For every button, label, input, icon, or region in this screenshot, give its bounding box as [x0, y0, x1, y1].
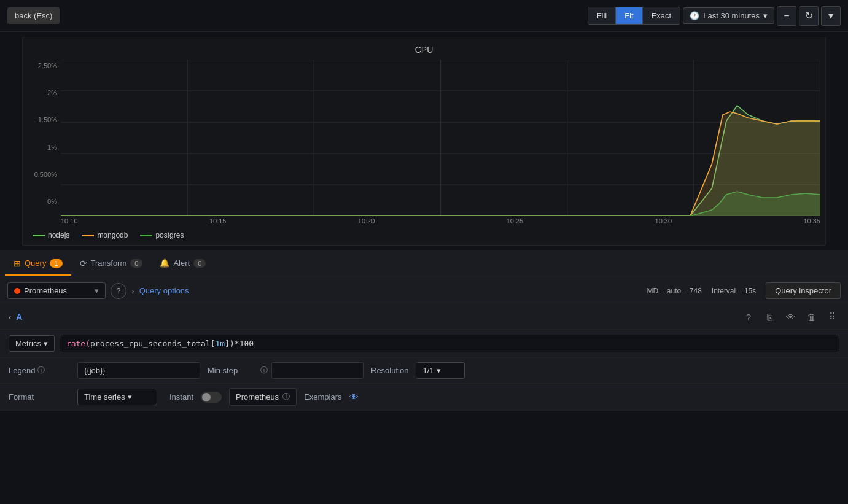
datasource-chevron: ▾: [95, 286, 99, 295]
x-label-5: 10:35: [803, 217, 820, 225]
datasource-name: Prometheus: [24, 286, 67, 295]
x-axis-labels: 10:10 10:15 10:20 10:25 10:30 10:35: [61, 216, 820, 226]
chevron-down-icon: ▾: [763, 11, 768, 20]
legend-postgres-line: [140, 235, 152, 236]
prometheus-badge: Prometheus ⓘ: [229, 388, 297, 406]
format-field-label: Format: [9, 392, 70, 401]
y-label-4: 0.500%: [25, 171, 57, 178]
tab-transform[interactable]: ⟳ Transform 0: [71, 252, 152, 276]
chart-legend: nodejs mongodb postgres: [23, 226, 825, 244]
transform-tab-label: Transform: [91, 258, 127, 268]
min-step-input[interactable]: [271, 362, 364, 379]
legend-nodejs-line: [33, 235, 45, 236]
query-bracket-part: ])*100: [225, 339, 254, 348]
legend-postgres-label: postgres: [155, 231, 184, 239]
datasource-help-button[interactable]: ?: [111, 283, 126, 299]
legend-mongodb: mongodb: [82, 231, 128, 239]
query-fn-part: rate(: [66, 339, 90, 348]
datasource-bar: Prometheus ▾ ? › Query options MD = auto…: [0, 277, 848, 304]
zoom-out-icon: −: [784, 10, 789, 21]
md-label: MD = auto = 748: [647, 287, 701, 295]
legend-postgres: postgres: [140, 231, 184, 239]
format-select[interactable]: Time series ▾: [77, 389, 157, 405]
min-step-label: Min step: [208, 366, 257, 375]
legend-input[interactable]: [77, 362, 200, 379]
query-tab-badge: 1: [50, 259, 62, 268]
exact-button[interactable]: Exact: [643, 7, 680, 24]
md-info: MD = auto = 748 Interval = 15s Query ins…: [647, 282, 841, 299]
query-metric-part: process_cpu_seconds_total[: [90, 339, 216, 348]
query-label-a: A: [16, 312, 22, 322]
alert-tab-label: Alert: [173, 258, 190, 268]
query-options-link[interactable]: Query options: [139, 286, 189, 295]
query-drag-handle[interactable]: ⠿: [825, 309, 839, 324]
min-step-group: Min step ⓘ: [208, 362, 364, 379]
metrics-row: Metrics ▾ rate(process_cpu_seconds_total…: [0, 330, 848, 358]
format-row: Format Time series ▾ Instant Prometheus …: [0, 384, 848, 411]
resolution-select[interactable]: 1/1 ▾: [416, 362, 465, 379]
x-label-4: 10:30: [655, 217, 672, 225]
datasource-dot: [14, 288, 20, 294]
prometheus-badge-label: Prometheus: [236, 392, 279, 401]
top-right-controls: Fill Fit Exact 🕐 Last 30 minutes ▾ − ↻ ▾: [588, 6, 841, 26]
legend-row: Legend ⓘ Min step ⓘ Resolution 1/1 ▾: [0, 358, 848, 384]
y-label-5: 0%: [25, 198, 57, 205]
x-label-3: 10:25: [507, 217, 524, 225]
fit-button[interactable]: Fit: [616, 7, 642, 24]
top-bar: back (Esc) Fill Fit Exact 🕐 Last 30 minu…: [0, 0, 848, 32]
collapse-button-a[interactable]: ‹: [9, 312, 11, 322]
format-chevron-icon: ▾: [128, 392, 132, 401]
query-toggle-visibility-button[interactable]: 👁: [783, 309, 798, 324]
query-options-arrow: ›: [131, 286, 134, 296]
legend-info-icon[interactable]: ⓘ: [37, 365, 45, 376]
instant-toggle[interactable]: [201, 392, 222, 403]
tab-alert[interactable]: 🔔 Alert 0: [151, 252, 214, 275]
chart-title: CPU: [23, 45, 825, 55]
chart-wrapper: CPU 2.50% 2% 1.50% 1% 0.500% 0%: [22, 37, 826, 246]
query-input-a[interactable]: rate(process_cpu_seconds_total[1m])*100: [60, 335, 839, 352]
instant-toggle-knob: [202, 393, 211, 401]
y-label-3: 1%: [25, 144, 57, 151]
fill-button[interactable]: Fill: [588, 7, 617, 24]
x-label-2: 10:20: [358, 217, 375, 225]
exemplars-eye-button[interactable]: 👁: [349, 392, 359, 402]
chart-svg: [61, 60, 820, 216]
transform-tab-badge: 0: [130, 259, 142, 268]
query-inspector-button[interactable]: Query inspector: [766, 282, 841, 299]
query-header-a: ‹ A ? ⎘ 👁 🗑 ⠿: [0, 304, 848, 330]
query-tab-label: Query: [25, 258, 46, 268]
format-value: Time series: [84, 392, 125, 401]
more-options-button[interactable]: ▾: [821, 6, 841, 26]
time-range-picker[interactable]: 🕐 Last 30 minutes ▾: [683, 7, 774, 24]
clock-icon: 🕐: [690, 11, 699, 20]
query-copy-button[interactable]: ⎘: [762, 309, 777, 324]
alert-tab-badge: 0: [193, 259, 206, 268]
tabs-bar: ⊞ Query 1 ⟳ Transform 0 🔔 Alert 0: [0, 250, 848, 277]
chevron-down-icon-2: ▾: [828, 10, 833, 21]
tab-query[interactable]: ⊞ Query 1: [5, 252, 71, 276]
zoom-out-button[interactable]: −: [777, 6, 796, 26]
back-button[interactable]: back (Esc): [7, 7, 60, 24]
x-label-1: 10:15: [209, 217, 227, 225]
view-mode-group: Fill Fit Exact: [588, 7, 681, 25]
resolution-label: Resolution: [371, 366, 408, 375]
alert-tab-icon: 🔔: [160, 258, 169, 268]
refresh-button[interactable]: ↻: [799, 6, 819, 26]
legend-field-label: Legend ⓘ: [9, 365, 70, 376]
resolution-chevron-icon: ▾: [437, 366, 441, 375]
query-delete-button[interactable]: 🗑: [804, 309, 819, 324]
query-interval-part: 1m: [216, 339, 225, 348]
prometheus-info-icon[interactable]: ⓘ: [282, 392, 290, 402]
min-step-info-icon[interactable]: ⓘ: [260, 365, 268, 376]
legend-mongodb-label: mongodb: [97, 231, 128, 239]
chart-container: CPU 2.50% 2% 1.50% 1% 0.500% 0%: [0, 32, 848, 250]
metrics-button[interactable]: Metrics ▾: [9, 335, 55, 352]
resolution-value: 1/1: [422, 366, 434, 375]
query-actions-a: ? ⎘ 👁 🗑 ⠿: [741, 309, 839, 324]
y-label-1: 2%: [25, 89, 57, 96]
legend-mongodb-line: [82, 235, 94, 236]
query-help-button[interactable]: ?: [741, 309, 756, 324]
transform-tab-icon: ⟳: [80, 258, 87, 268]
datasource-select[interactable]: Prometheus ▾: [7, 282, 106, 299]
metrics-label: Metrics: [15, 339, 41, 348]
